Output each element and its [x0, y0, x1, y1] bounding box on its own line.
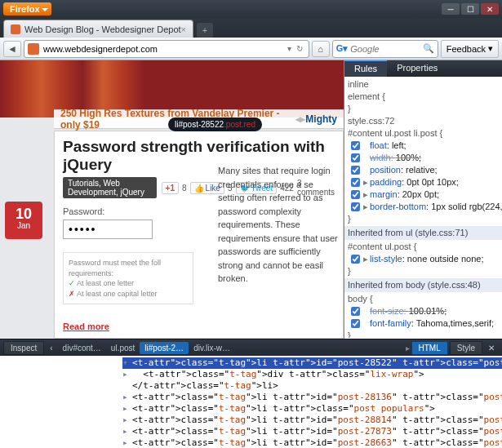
- breadcrumb-item[interactable]: div#cont…: [58, 342, 106, 354]
- rule-checkbox[interactable]: [351, 153, 360, 162]
- plus-one-button[interactable]: +1: [162, 182, 179, 194]
- style-rules-list[interactable]: inlineelement {}style.css:72#content ul.…: [344, 77, 502, 338]
- style-rule-row[interactable]: #content ul.post {: [348, 241, 499, 253]
- source-line[interactable]: ▾<t-attr">class="t-tag">li t-attr">id="p…: [122, 357, 502, 369]
- rule-checkbox[interactable]: [351, 255, 360, 264]
- tab-close-icon[interactable]: ×: [181, 24, 186, 34]
- feedback-button[interactable]: Feedback▾: [441, 40, 499, 58]
- read-more-link[interactable]: Read more: [63, 322, 109, 331]
- source-line[interactable]: ▸<t-attr">class="t-tag">li t-attr">id="p…: [122, 415, 502, 426]
- style-rule-row[interactable]: style.css:72: [348, 115, 499, 127]
- article-body: Many sites that require login credential…: [218, 164, 338, 339]
- style-rule-row[interactable]: font-size: 100.01%;: [348, 305, 499, 317]
- source-line[interactable]: ▸ <t-attr">class="t-tag">div t-attr">cla…: [122, 369, 502, 380]
- breadcrumb-item[interactable]: ul.post: [106, 342, 140, 354]
- hint-rule-2: At least one capital letter: [69, 289, 188, 299]
- style-rule-row[interactable]: width: 100%;: [348, 152, 499, 164]
- breadcrumb-item[interactable]: li#post-2…: [140, 342, 189, 354]
- tab-strip: Web Design Blog - Webdesigner Depot × +: [0, 18, 502, 38]
- rule-checkbox[interactable]: [351, 190, 360, 199]
- html-source-panel[interactable]: ▾<t-attr">class="t-tag">li t-attr">id="p…: [0, 356, 502, 448]
- date-badge: 10 Jan: [5, 202, 42, 239]
- minimize-button[interactable]: ─: [442, 3, 460, 15]
- style-rule-row[interactable]: Inherited from body (style.css:48): [344, 278, 502, 292]
- breadcrumb-item[interactable]: div.lix-w…: [189, 342, 235, 354]
- home-button[interactable]: ⌂: [312, 41, 330, 57]
- style-rule-row[interactable]: ▸list-style: none outside none;: [348, 253, 499, 265]
- hint-rule-1: At least one letter: [69, 278, 188, 289]
- fold-toggle-icon[interactable]: ▸: [122, 392, 132, 403]
- article-tags[interactable]: Tutorials, Web Development, jQuery: [63, 177, 157, 198]
- search-go-icon[interactable]: 🔍: [423, 43, 434, 54]
- back-button[interactable]: ◄: [3, 41, 21, 57]
- promo-right-link[interactable]: Mighty: [305, 113, 337, 125]
- rules-tab[interactable]: Rules: [344, 60, 387, 77]
- google-icon[interactable]: G▾: [336, 43, 349, 54]
- source-line[interactable]: ▸<t-attr">class="t-tag">li t-attr">id="p…: [122, 426, 502, 437]
- site-identity-icon[interactable]: [28, 43, 39, 55]
- style-panel-tab[interactable]: Style: [450, 341, 482, 355]
- style-rule-row[interactable]: ▸margin: 20px 0pt;: [348, 189, 499, 201]
- style-rule-row[interactable]: float: left;: [348, 140, 499, 152]
- style-rule-row[interactable]: inline: [348, 78, 499, 91]
- date-day: 10: [5, 206, 42, 221]
- feedback-label: Feedback: [446, 44, 486, 54]
- maximize-button[interactable]: ☐: [461, 3, 479, 15]
- window-controls: ─ ☐ ✕: [442, 3, 499, 15]
- style-rule-row[interactable]: }: [348, 103, 499, 115]
- source-line[interactable]: ▸<t-attr">class="t-tag">li t-attr">class…: [122, 403, 502, 415]
- style-rule-row[interactable]: element {: [348, 91, 499, 103]
- inspect-button[interactable]: Inspect: [3, 341, 44, 355]
- style-rule-row[interactable]: }: [348, 213, 499, 225]
- style-rule-row[interactable]: Inherited from ul (style.css:71): [344, 226, 502, 240]
- style-rule-row[interactable]: }: [348, 265, 499, 277]
- expand-arrow-icon[interactable]: ▸: [362, 253, 370, 265]
- html-panel-tab[interactable]: HTML: [411, 341, 448, 355]
- fold-toggle-icon[interactable]: [122, 380, 132, 392]
- fold-toggle-icon[interactable]: ▸: [122, 426, 132, 437]
- close-button[interactable]: ✕: [481, 3, 499, 15]
- source-line[interactable]: ▸<t-attr">class="t-tag">li t-attr">id="p…: [122, 437, 502, 448]
- firefox-menu-button[interactable]: Firefox: [3, 2, 51, 16]
- fold-toggle-icon[interactable]: ▸: [122, 437, 132, 448]
- style-rule-row[interactable]: ▸border-bottom: 1px solid rgb(224, 224, …: [348, 201, 499, 213]
- breadcrumb-nav-icon[interactable]: ▸: [406, 344, 410, 353]
- expand-arrow-icon[interactable]: ▸: [362, 189, 370, 201]
- style-rule-row[interactable]: font-family: Tahoma,times,serif;: [348, 317, 499, 330]
- search-box[interactable]: G▾ 🔍: [332, 40, 438, 58]
- favicon-icon: [11, 24, 20, 34]
- bubble-selector-b: .post.red: [224, 120, 255, 129]
- fold-toggle-icon[interactable]: ▸: [122, 415, 132, 426]
- style-rule-row[interactable]: #content ul.post li.post {: [348, 127, 499, 140]
- expand-arrow-icon[interactable]: ▸: [362, 176, 370, 189]
- rule-checkbox[interactable]: [351, 202, 360, 211]
- promo-nav-icon[interactable]: ◂▸: [295, 113, 305, 125]
- properties-tab[interactable]: Properties: [387, 60, 447, 77]
- style-rule-row[interactable]: body {: [348, 293, 499, 305]
- source-line[interactable]: </t-attr">class="t-tag">li>: [122, 380, 502, 392]
- style-rule-row[interactable]: ▸padding: 0pt 0pt 10px;: [348, 176, 499, 189]
- source-line[interactable]: ▸<t-attr">class="t-tag">li t-attr">id="p…: [122, 392, 502, 403]
- url-dropdown-icon[interactable]: ▾: [285, 44, 294, 53]
- style-rule-row[interactable]: position: relative;: [348, 164, 499, 176]
- fold-toggle-icon[interactable]: ▸: [122, 369, 132, 380]
- rule-checkbox[interactable]: [351, 141, 360, 150]
- fold-toggle-icon[interactable]: ▸: [122, 403, 132, 415]
- reload-icon[interactable]: ↻: [294, 44, 305, 53]
- rule-checkbox[interactable]: [351, 178, 360, 187]
- style-panel: Rules Properties inlineelement {}style.c…: [344, 60, 502, 339]
- rule-checkbox[interactable]: [351, 307, 360, 316]
- password-input[interactable]: [63, 220, 153, 239]
- browser-tab[interactable]: Web Design Blog - Webdesigner Depot ×: [3, 20, 193, 38]
- breadcrumb-item[interactable]: ‹: [45, 342, 57, 354]
- expand-arrow-icon[interactable]: ▸: [362, 201, 370, 213]
- search-input[interactable]: [350, 44, 415, 54]
- url-bar[interactable]: ▾ ↻: [24, 40, 309, 58]
- rule-checkbox[interactable]: [351, 166, 360, 175]
- new-tab-button[interactable]: +: [197, 23, 213, 38]
- url-input[interactable]: [43, 44, 285, 54]
- devtools-close-icon[interactable]: ✕: [484, 342, 499, 354]
- rule-checkbox[interactable]: [351, 319, 360, 328]
- style-rule-row[interactable]: }: [348, 330, 499, 338]
- fold-toggle-icon[interactable]: ▾: [122, 357, 132, 369]
